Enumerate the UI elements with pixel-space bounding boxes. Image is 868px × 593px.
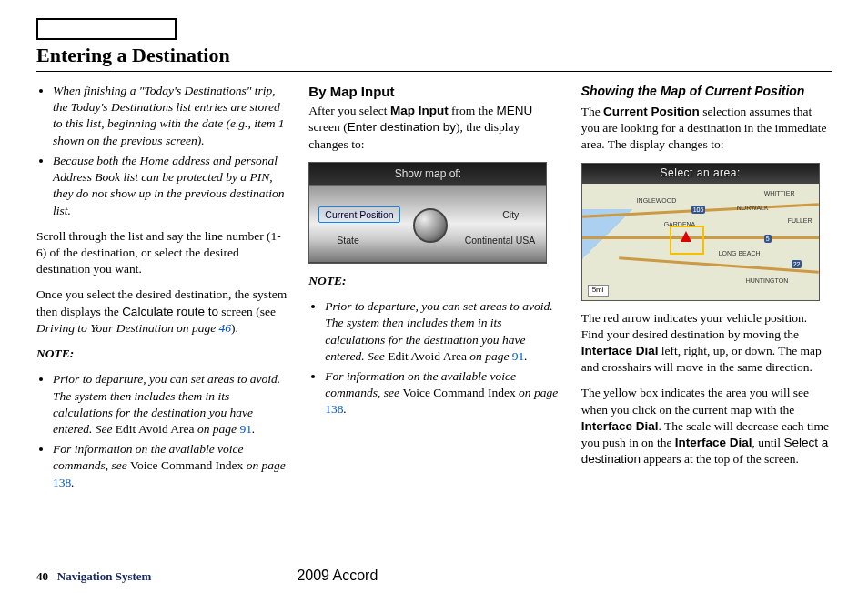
dial-opt-city: City — [502, 208, 519, 221]
edit-avoid-label: Edit Avoid Area — [388, 349, 467, 363]
dial-opt-continental: Continental USA — [465, 234, 536, 246]
col2-intro: After you select Map Input from the MENU… — [308, 103, 559, 153]
col1-note-1: Prior to departure, you can set areas to… — [53, 371, 287, 437]
show-map-of-figure: Show map of: Current Position City State… — [308, 162, 547, 264]
col1-note-2: For information on the available voice c… — [53, 441, 287, 491]
page-link-138[interactable]: 138 — [325, 402, 343, 416]
t: screen ( — [308, 120, 347, 134]
city-label: LONG BEACH — [719, 249, 761, 257]
t: from the — [449, 104, 497, 117]
content-columns: When finishing a "Today's Destinations" … — [36, 83, 832, 562]
menu-label: MENU — [497, 104, 533, 117]
enter-dest-label: Enter destination by — [348, 120, 456, 134]
t: on page — [243, 458, 286, 472]
dial-opt-current-position: Current Position — [318, 206, 399, 223]
current-position-label: Current Position — [603, 105, 700, 118]
page-title: Entering a Destination — [36, 44, 832, 72]
page-link-46[interactable]: 46 — [219, 321, 232, 335]
col3-p2: The red arrow indicates your vehicle pos… — [581, 310, 832, 377]
dial-opt-state: State — [337, 234, 359, 246]
select-area-figure: Select an area: 105 5 22 INGLEWOOD NORWA… — [581, 163, 820, 301]
page-link-91[interactable]: 91 — [239, 422, 252, 436]
voice-cmd-label: Voice Command Index — [130, 458, 243, 472]
ref-driving: Driving to Your Destination — [36, 321, 174, 335]
hwy-badge: 22 — [792, 260, 802, 268]
page-link-91[interactable]: 91 — [512, 349, 525, 363]
col1-note-label: NOTE: — [36, 346, 287, 362]
column-2: By Map Input After you select Map Input … — [308, 83, 559, 562]
page-footer: 40 Navigation System 2009 Accord — [36, 562, 832, 584]
hwy-badge: 5 — [764, 235, 772, 243]
t: . — [344, 402, 347, 416]
showing-map-heading: Showing the Map of Current Position — [581, 83, 832, 100]
col2-note-1: Prior to departure, you can set areas to… — [325, 298, 559, 365]
t: on page — [516, 386, 559, 399]
city-label: HUNTINGTON — [746, 276, 789, 285]
t: . — [524, 349, 527, 363]
column-1: When finishing a "Today's Destinations" … — [36, 83, 287, 562]
city-label: WHITTIER — [764, 189, 795, 197]
col1-scroll-text: Scroll through the list and say the line… — [36, 228, 287, 278]
col1-bullet-1: When finishing a "Today's Destinations" … — [53, 83, 287, 149]
by-map-input-heading: By Map Input — [308, 83, 559, 101]
page-number: 40 — [36, 569, 48, 583]
t: on page — [174, 321, 219, 335]
t: . — [252, 422, 255, 436]
col3-p3: The yellow box indicates the area you wi… — [581, 385, 832, 467]
model-label: 2009 Accord — [297, 568, 378, 584]
t: The yellow box indicates the area you wi… — [581, 386, 809, 416]
city-label: NORWALK — [737, 204, 769, 212]
dial-title: Show map of: — [309, 163, 546, 185]
map-input-label: Map Input — [390, 104, 449, 117]
hwy-badge: 105 — [691, 206, 706, 214]
city-label: FULLER — [788, 216, 812, 225]
page-link-138[interactable]: 138 — [53, 476, 71, 489]
interface-dial-label: Interface Dial — [675, 436, 752, 449]
col2-note-label: NOTE: — [308, 273, 559, 289]
t: screen (see — [218, 305, 276, 318]
voice-cmd-label: Voice Command Index — [402, 386, 515, 399]
map-scale: 5mi — [588, 285, 609, 296]
dial-knob-icon — [413, 208, 448, 243]
t: on page — [467, 349, 512, 363]
col1-bullet-2: Because both the Home address and person… — [53, 153, 287, 219]
interface-dial-label: Interface Dial — [581, 344, 659, 357]
col3-p1: The Current Position selection assumes t… — [581, 104, 832, 154]
section-name: Navigation System — [57, 569, 152, 583]
col2-note-2: For information on the available voice c… — [325, 368, 559, 418]
calculate-route-label: Calculate route to — [122, 305, 218, 318]
t: , until — [752, 436, 784, 449]
t: The — [581, 105, 603, 118]
t: on page — [195, 422, 240, 436]
t: The red arrow indicates your vehicle pos… — [581, 311, 808, 341]
t: appears at the top of the screen. — [641, 452, 799, 466]
interface-dial-label: Interface Dial — [581, 419, 659, 433]
t: . — [71, 476, 74, 489]
red-arrow-icon — [681, 231, 691, 242]
header-box — [36, 18, 177, 40]
city-label: INGLEWOOD — [637, 196, 677, 205]
col1-calc-text: Once you select the desired destination,… — [36, 286, 287, 337]
t: ). — [231, 321, 238, 335]
column-3: Showing the Map of Current Position The … — [581, 83, 832, 562]
edit-avoid-label: Edit Avoid Area — [116, 422, 195, 436]
map-title: Select an area: — [582, 164, 819, 185]
t: After you select — [308, 104, 390, 117]
